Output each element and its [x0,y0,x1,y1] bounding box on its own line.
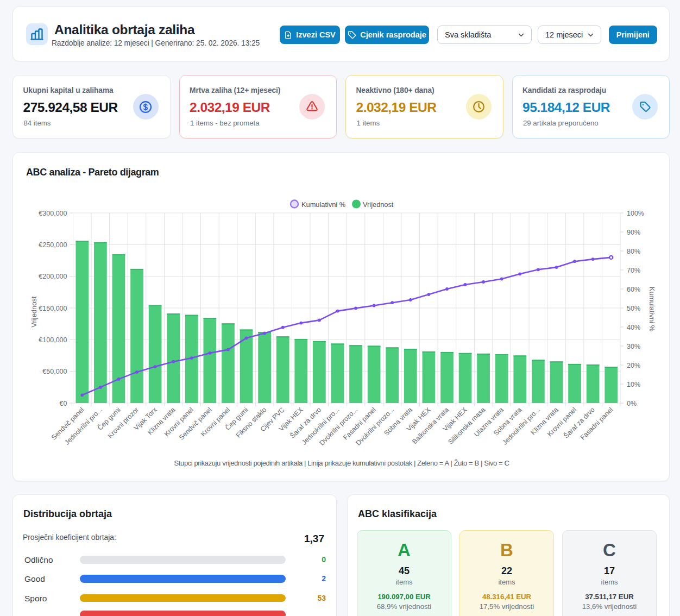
svg-text:0%: 0% [627,400,637,407]
svg-text:20%: 20% [627,362,640,369]
svg-text:60%: 60% [627,286,640,293]
svg-text:€250,000: €250,000 [39,241,67,249]
svg-text:Vrijednost: Vrijednost [30,296,38,328]
svg-text:Kumulativni %: Kumulativni % [301,200,345,209]
svg-text:70%: 70% [627,267,640,274]
svg-text:10%: 10% [627,381,640,388]
svg-text:100%: 100% [627,210,644,217]
svg-text:50%: 50% [627,305,640,312]
svg-text:€50,000: €50,000 [42,368,67,375]
svg-text:Šaraf za drvo: Šaraf za drvo [562,405,596,439]
svg-text:Fasadni panel: Fasadni panel [579,406,614,441]
svg-text:90%: 90% [627,229,640,236]
svg-text:€0: €0 [60,400,67,407]
svg-text:€150,000: €150,000 [39,305,67,312]
svg-text:Šaraf za drvo: Šaraf za drvo [288,405,323,439]
svg-text:40%: 40% [627,324,640,331]
svg-text:€100,000: €100,000 [39,336,67,344]
svg-text:€200,000: €200,000 [39,273,67,280]
svg-text:Vrijednost: Vrijednost [363,200,394,209]
svg-text:€300,000: €300,000 [39,210,67,217]
svg-text:80%: 80% [627,248,640,255]
svg-text:Kumulativni %: Kumulativni % [648,287,656,332]
svg-text:30%: 30% [627,343,640,350]
